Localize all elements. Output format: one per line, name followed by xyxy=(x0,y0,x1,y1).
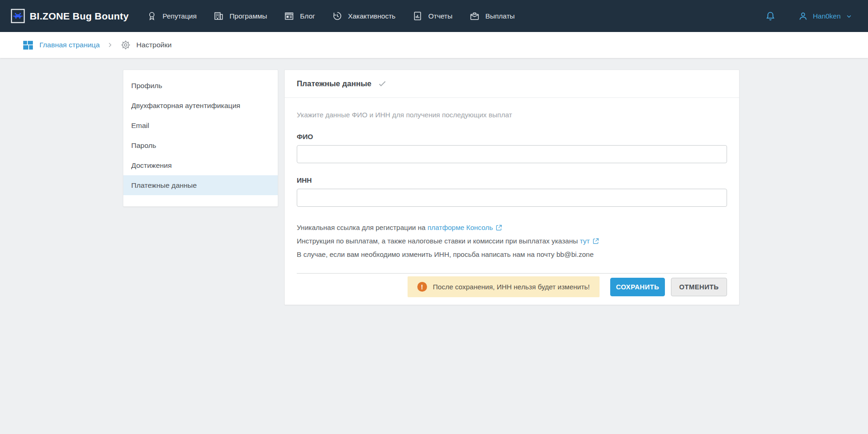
panel-title: Платежные данные xyxy=(297,79,371,88)
nav-item-hackactivity[interactable]: Хакактивность xyxy=(332,11,396,21)
sidebar-item-password[interactable]: Пароль xyxy=(123,135,278,155)
check-icon xyxy=(378,79,387,88)
console-platform-link[interactable]: платформе Консоль xyxy=(428,223,493,231)
brand-title: BI.ZONE Bug Bounty xyxy=(30,11,129,22)
dashboard-grid-icon xyxy=(22,39,34,51)
history-icon xyxy=(332,11,343,21)
nav-item-programs[interactable]: Программы xyxy=(213,11,267,21)
top-navbar: BI.ZONE Bug Bounty Репутация xyxy=(0,0,868,32)
sidebar-item-profile[interactable]: Профиль xyxy=(123,76,278,96)
nav-item-label: Репутация xyxy=(163,12,197,20)
breadcrumb-home-label: Главная страница xyxy=(39,41,100,49)
panel-header: Платежные данные xyxy=(285,70,739,98)
nav-item-reports[interactable]: Отчеты xyxy=(412,11,453,21)
sidebar-item-email[interactable]: Email xyxy=(123,115,278,135)
user-icon xyxy=(798,11,809,22)
note-line-1: Уникальная ссылка для регистрации на пла… xyxy=(297,222,727,235)
external-link-icon[interactable] xyxy=(495,223,503,235)
nav-item-label: Блог xyxy=(300,12,315,20)
building-icon xyxy=(213,11,224,21)
breadcrumb-separator-icon xyxy=(107,42,113,48)
nav-item-label: Отчеты xyxy=(428,12,453,20)
payment-notes: Уникальная ссылка для регистрации на пла… xyxy=(297,222,727,261)
main-menu: Репутация Программы xyxy=(147,11,515,21)
username: Han0ken xyxy=(813,12,841,20)
sidebar-item-achievements[interactable]: Достижения xyxy=(123,155,278,175)
breadcrumb-current-label: Настройки xyxy=(136,41,172,49)
payment-data-panel: Платежные данные Укажите данные ФИО и ИН… xyxy=(284,70,740,305)
warning-icon: ! xyxy=(417,282,427,292)
nav-item-label: Хакактивность xyxy=(348,12,396,20)
warning-text: После сохранения, ИНН нельзя будет измен… xyxy=(433,283,590,291)
external-link-icon[interactable] xyxy=(592,236,600,249)
gear-icon xyxy=(120,39,131,51)
user-menu[interactable]: Han0ken xyxy=(798,11,853,22)
breadcrumb: Главная страница Настройки xyxy=(0,32,868,58)
bug-logo-icon xyxy=(10,8,26,24)
footer-divider xyxy=(297,273,727,274)
sidebar-item-2fa[interactable]: Двухфакторная аутентификация xyxy=(123,96,278,115)
breadcrumb-current: Настройки xyxy=(120,39,172,51)
nav-item-blog[interactable]: Блог xyxy=(284,11,315,21)
report-icon xyxy=(412,11,423,21)
inn-input[interactable] xyxy=(297,189,727,207)
panel-footer: ! После сохранения, ИНН нельзя будет изм… xyxy=(297,276,727,297)
briefcase-icon xyxy=(469,11,480,21)
fio-label: ФИО xyxy=(297,133,727,140)
settings-sidebar: Профиль Двухфакторная аутентификация Ema… xyxy=(123,70,278,207)
breadcrumb-home-link[interactable]: Главная страница xyxy=(22,39,100,51)
nav-item-reputation[interactable]: Репутация xyxy=(147,11,197,21)
payout-instructions-link[interactable]: тут xyxy=(580,237,589,245)
note-line-3: В случае, если вам необходимо изменить И… xyxy=(297,249,727,261)
nav-item-label: Программы xyxy=(230,12,267,20)
inn-warning-banner: ! После сохранения, ИНН нельзя будет изм… xyxy=(408,276,600,297)
fio-input[interactable] xyxy=(297,145,727,163)
notifications-bell-icon[interactable] xyxy=(765,10,776,22)
note-line-2: Инструкция по выплатам, а также налоговы… xyxy=(297,235,727,249)
sidebar-item-payment-data[interactable]: Платежные данные xyxy=(123,175,278,195)
brand-logo[interactable]: BI.ZONE Bug Bounty xyxy=(10,8,129,24)
save-button[interactable]: СОХРАНИТЬ xyxy=(610,278,665,296)
chevron-down-icon xyxy=(845,12,853,20)
cancel-button[interactable]: ОТМЕНИТЬ xyxy=(671,278,727,296)
nav-item-payouts[interactable]: Выплаты xyxy=(469,11,515,21)
navbar-right: Han0ken xyxy=(765,10,853,22)
nav-item-label: Выплаты xyxy=(485,12,515,20)
panel-subtitle: Укажите данные ФИО и ИНН для получения п… xyxy=(297,111,727,119)
blog-icon xyxy=(284,11,294,21)
inn-label: ИНН xyxy=(297,176,727,184)
medal-icon xyxy=(147,11,157,21)
panel-body: Укажите данные ФИО и ИНН для получения п… xyxy=(285,98,739,297)
